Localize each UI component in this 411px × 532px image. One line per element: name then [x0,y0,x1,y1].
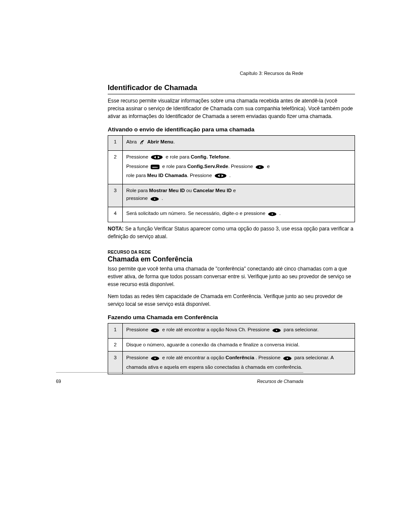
note-text: Se a função Verificar Status aparecer co… [108,226,353,240]
enter-ok-button-icon [283,356,292,364]
step-number: 1 [108,323,123,338]
table-row: 2 Pressione e role para Config. Telefone… [108,150,355,184]
feature-small-label: RECURSO DA REDE [108,250,355,255]
chapter-breadcrumb: Capítulo 3: Recursos da Rede [240,71,303,76]
step-number: 1 [108,136,123,151]
svg-point-9 [272,213,273,215]
step-text-bold: Config.Serv.Rede [187,164,228,169]
step-text: . [229,154,230,159]
rule [108,94,355,94]
left-right-arrows-icon [214,173,227,181]
page-number: 69 [56,379,61,384]
step-cell: Role para Mostrar Meu ID ou Cancelar Meu… [123,184,355,207]
step-number: 4 [108,207,123,222]
svg-point-13 [276,330,277,331]
svg-point-4 [259,166,261,168]
step-text: . [162,196,163,201]
step-text-bold: Conferência [226,355,254,360]
table-row: 3 Role para Mostrar Meu ID ou Cancelar M… [108,184,355,207]
enter-ok-button-icon [268,212,277,219]
step-cell: Pressione e role até encontrar a opção N… [123,323,355,338]
subheading-cid: Ativando o envio de identificação para u… [108,126,355,133]
section-title-cid: Identificador de Chamada [108,84,355,92]
step-text: e role até encontrar a opção [162,355,226,360]
step-text: Pressione [126,355,149,360]
svg-point-5 [215,174,227,178]
step-text: . Pressione [228,164,255,169]
step-text: . [173,139,174,144]
step-number: 2 [108,150,123,184]
step-text: Pressione [126,327,149,332]
step-number: 3 [108,352,123,374]
step-text: Pressione [126,154,149,159]
enter-ok-button-icon [272,328,281,336]
step-text: e role para [166,154,191,159]
step-text-bold: Abrir Menu [147,139,174,144]
step-cell: Pressione e role para Config. Telefone. … [123,150,355,184]
step-text: . Pressione [255,355,282,360]
svg-point-15 [155,358,156,359]
feature-title: Chamada em Conferência [108,255,355,263]
svg-point-17 [287,358,288,359]
steps-table-conf: 1 Pressione e role até encontrar a opção… [108,323,355,374]
enter-ok-button-icon [150,328,160,336]
menu-button-icon: MENU [150,164,160,172]
table-row: 1 Pressione e role até encontrar a opção… [108,323,355,338]
step-text: Será solicitado um número. Se necessário… [126,211,267,216]
svg-point-11 [155,330,156,331]
note-label: NOTA: [108,226,125,232]
table-row: 4 Será solicitado um número. Se necessár… [108,207,355,222]
table-row: 1 Abra Abrir Menu. [108,136,355,151]
page-section-label: Recursos de Chamada [257,379,303,384]
enter-ok-button-icon [150,356,160,364]
step-text: . [279,211,280,216]
enter-ok-button-icon [255,165,265,172]
note-cid: NOTA: Se a função Verificar Status apare… [108,225,355,240]
step-text: para selecionar. [283,327,318,332]
step-text: e role até encontrar a opção Nova Ch. Pr… [162,327,271,332]
step-text-bold: Cancelar Meu ID [193,188,231,193]
feather-icon [139,139,145,148]
left-right-arrows-icon [150,154,163,163]
step-cell: Será solicitado um número. Se necessário… [123,207,355,222]
step-cell: Pressione e role até encontrar a opção C… [123,352,355,374]
step-text: . [229,173,230,178]
intro-cid: Esse recurso permite visualizar informaç… [108,97,355,120]
steps-table-cid: 1 Abra Abrir Menu. 2 Pressione e role pa… [108,135,355,222]
svg-point-7 [154,199,156,200]
step-text: Role para [126,188,149,193]
step-text: e role para [162,164,187,169]
subheading-conf: Fazendo uma Chamada em Conferência [108,314,355,320]
step-text: ou [186,188,193,193]
step-text: Abra [126,139,138,144]
step-text-bold: Meu ID Chamada [147,173,187,178]
intro-conf-2: Nem todas as redes têm capacidade de Cha… [108,292,355,308]
table-row: 3 Pressione e role até encontrar a opção… [108,352,355,374]
footer-rule [56,372,303,373]
table-row: 2 Disque o número, aguarde a conexão da … [108,338,355,352]
step-text-bold: Config. Telefone [191,154,229,159]
svg-point-0 [151,155,163,160]
step-text: Pressione [126,164,149,169]
step-cell: Disque o número, aguarde a conexão da ch… [123,338,355,352]
step-text: Disque o número, aguarde a conexão da ch… [126,342,299,347]
step-text: . Pressione [187,173,213,178]
step-number: 2 [108,338,123,352]
svg-text:MENU: MENU [153,166,158,168]
document-page: Capítulo 3: Recursos da Rede Identificad… [0,0,411,403]
intro-conf-1: Isso permite que você tenha uma chamada … [108,265,355,288]
step-text-bold: Mostrar Meu ID [149,188,185,193]
step-cell: Abra Abrir Menu. [123,136,355,151]
enter-ok-button-icon [150,196,159,204]
step-number: 3 [108,184,123,207]
